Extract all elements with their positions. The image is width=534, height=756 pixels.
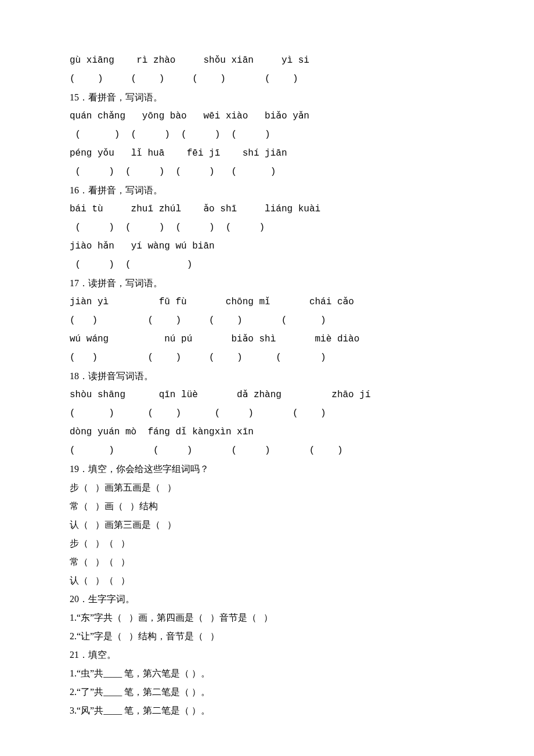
text-line: 认（ ）画第三画是（ ） (70, 516, 464, 534)
text-line: wú wáng nú pú biǎo shì miè diào (70, 330, 464, 348)
text-line: 2.“让”字是（ ）结构，音节是（ ） (70, 627, 464, 646)
text-line: shòu shāng qīn lüè dǎ zhàng zhāo jí (70, 386, 464, 404)
text-line: ( ) ( ) ( ) ( ) (70, 348, 464, 367)
text-line: 步（ ）（ ） (70, 534, 464, 553)
text-line: ( ) ( ) (70, 255, 464, 274)
text-line: bái tù zhuī zhúl ǎo shī liáng kuài (70, 200, 464, 218)
text-line: 15．看拼音，写词语。 (70, 88, 464, 107)
text-line: 18．读拼音写词语。 (70, 367, 464, 386)
text-line: 19．填空，你会给这些字组词吗？ (70, 460, 464, 478)
text-line: 16．看拼音，写词语。 (70, 181, 464, 200)
text-line: 步（ ）画第五画是（ ） (70, 478, 464, 497)
text-line: 常（ ）画（ ）结构 (70, 497, 464, 516)
document-page: gù xiāng rì zhào shǒu xiān yì si ( ) ( )… (0, 0, 534, 756)
text-line: 21．填空。 (70, 646, 464, 664)
text-line: jiào hǎn yí wàng wú biān (70, 237, 464, 255)
text-line: 3.“风”共____ 笔，第二笔是（ ）。 (70, 701, 464, 720)
text-line: 1.“虫”共____ 笔，第六笔是（ ）。 (70, 664, 464, 683)
text-line: péng yǒu lǐ huā fēi jī shí jiān (70, 144, 464, 163)
text-line: ( ) ( ) ( ) ( ) (70, 441, 464, 460)
text-line: ( ) ( ) ( ) ( ) (70, 125, 464, 144)
text-line: ( ) ( ) ( ) ( ) (70, 404, 464, 423)
text-line: 1.“东”字共（ ）画，第四画是（ ）音节是（ ） (70, 609, 464, 627)
text-line: quán chǎng yōng bào wēi xiào biǎo yǎn (70, 107, 464, 125)
text-line: jiàn yì fū fù chōng mǐ chái cǎo (70, 293, 464, 311)
text-line: ( ) ( ) ( ) ( ) (70, 218, 464, 237)
text-line: ( ) ( ) ( ) ( ) (70, 70, 464, 88)
text-line: 20．生字字词。 (70, 590, 464, 609)
text-line: ( ) ( ) ( ) ( ) (70, 163, 464, 181)
text-line: gù xiāng rì zhào shǒu xiān yì si (70, 51, 464, 70)
text-line: 常（ ）（ ） (70, 553, 464, 571)
text-line: 认（ ）（ ） (70, 571, 464, 590)
text-line: dòng yuán mò fáng dǐ kàngxìn xīn (70, 423, 464, 441)
text-line: 17．读拼音，写词语。 (70, 274, 464, 293)
text-line: 2.“了”共____ 笔，第二笔是（ ）。 (70, 683, 464, 701)
text-line: ( ) ( ) ( ) ( ) (70, 311, 464, 330)
